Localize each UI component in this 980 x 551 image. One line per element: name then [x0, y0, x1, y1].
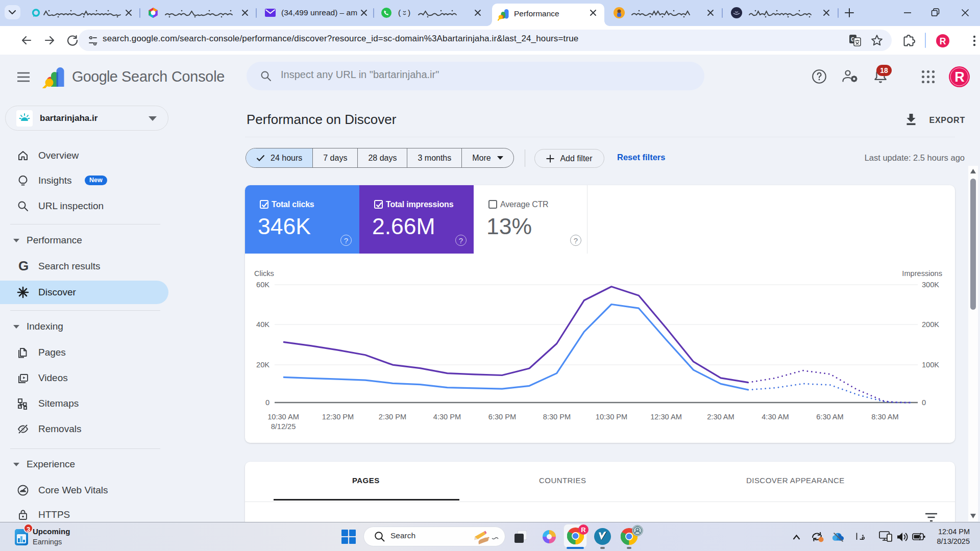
- svg-text:300K: 300K: [922, 281, 939, 289]
- svg-text:20K: 20K: [256, 361, 270, 369]
- svg-text:10:30 PM: 10:30 PM: [596, 413, 627, 421]
- svg-text:R: R: [940, 36, 946, 46]
- svg-text:8:30 AM: 8:30 AM: [871, 413, 899, 421]
- svg-text:12:30 PM: 12:30 PM: [322, 413, 354, 421]
- svg-text:R: R: [581, 526, 586, 534]
- svg-text:8/12/25: 8/12/25: [271, 422, 296, 431]
- svg-text:8:30 PM: 8:30 PM: [543, 413, 571, 421]
- svg-text:Impressions: Impressions: [902, 269, 942, 278]
- svg-text:4:30 PM: 4:30 PM: [433, 413, 461, 421]
- svg-text:G: G: [18, 260, 29, 273]
- svg-text:2:30 AM: 2:30 AM: [707, 413, 734, 421]
- svg-text:100K: 100K: [922, 361, 939, 369]
- svg-text:4:30 AM: 4:30 AM: [762, 413, 789, 421]
- svg-text:60K: 60K: [256, 281, 270, 289]
- svg-text:2:30 PM: 2:30 PM: [379, 413, 406, 421]
- svg-text:0: 0: [265, 398, 270, 407]
- svg-text:R: R: [954, 69, 965, 85]
- svg-text:12:30 AM: 12:30 AM: [650, 413, 682, 421]
- svg-text:6:30 AM: 6:30 AM: [816, 413, 844, 421]
- svg-text:0: 0: [922, 398, 926, 407]
- svg-text:10:30 AM: 10:30 AM: [267, 413, 299, 421]
- svg-text:Clicks: Clicks: [254, 269, 274, 278]
- svg-text:200K: 200K: [922, 320, 939, 329]
- svg-text:6:30 PM: 6:30 PM: [488, 413, 516, 421]
- svg-text:40K: 40K: [256, 320, 270, 329]
